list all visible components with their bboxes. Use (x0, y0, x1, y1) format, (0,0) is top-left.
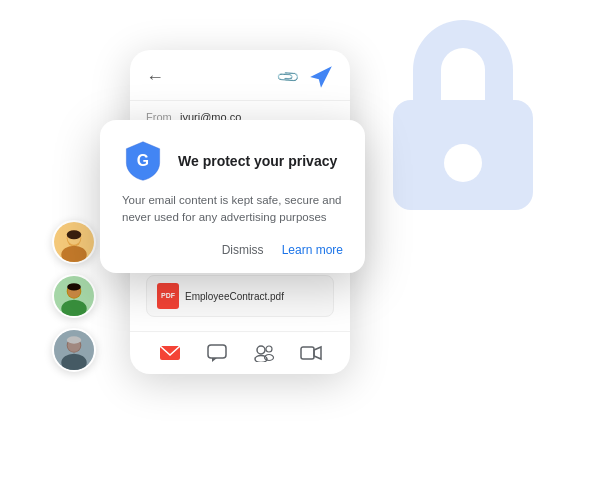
header-icons: 📎 (279, 64, 334, 90)
svg-rect-17 (208, 345, 226, 358)
popup-title: We protect your privacy (178, 153, 337, 169)
meet-footer-icon[interactable] (253, 342, 275, 364)
google-shield-icon: G (122, 140, 164, 182)
svg-rect-23 (301, 347, 314, 359)
popup-header: G We protect your privacy (122, 140, 343, 182)
phone-header: ← 📎 (130, 50, 350, 101)
popup-actions: Dismiss Learn more (122, 243, 343, 257)
attachment-icon: 📎 (275, 64, 301, 90)
lock-background-icon (378, 20, 548, 210)
scene: ← 📎 From jyuri@mo.co See Just Bloomed em… (0, 0, 608, 500)
back-button[interactable]: ← (146, 67, 164, 88)
gmail-footer-icon[interactable] (159, 342, 181, 364)
svg-point-2 (61, 246, 86, 264)
chat-footer-icon[interactable] (206, 342, 228, 364)
privacy-popup: G We protect your privacy Your email con… (100, 120, 365, 273)
svg-point-4 (67, 230, 82, 239)
svg-point-19 (257, 346, 265, 354)
svg-point-21 (266, 346, 272, 352)
svg-text:G: G (137, 152, 149, 169)
dismiss-button[interactable]: Dismiss (222, 243, 264, 257)
svg-point-12 (61, 354, 86, 372)
svg-marker-15 (310, 66, 332, 88)
popup-description: Your email content is kept safe, secure … (122, 192, 343, 227)
svg-point-14 (67, 336, 82, 343)
avatar-2 (52, 274, 96, 318)
avatar-1 (52, 220, 96, 264)
avatar-3 (52, 328, 96, 372)
attachment[interactable]: PDF EmployeeContract.pdf (146, 275, 334, 317)
pdf-icon: PDF (157, 283, 179, 309)
svg-point-7 (61, 300, 86, 318)
phone-footer (130, 331, 350, 374)
svg-marker-24 (314, 347, 321, 359)
learn-more-button[interactable]: Learn more (282, 243, 343, 257)
svg-point-9 (67, 283, 81, 290)
video-footer-icon[interactable] (300, 342, 322, 364)
avatar-stack (52, 220, 96, 372)
send-icon[interactable] (308, 64, 334, 90)
attachment-filename: EmployeeContract.pdf (185, 289, 284, 305)
